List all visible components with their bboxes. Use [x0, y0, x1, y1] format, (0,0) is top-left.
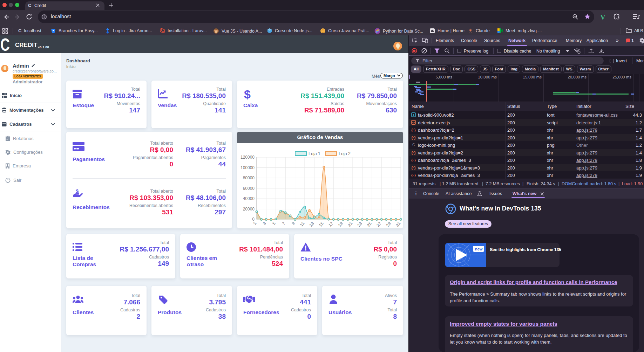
svg-text:{·}: {·}: [411, 135, 416, 139]
svg-text:<>: <>: [412, 121, 415, 124]
svg-text:T: T: [413, 113, 415, 117]
svg-text:21: 21: [347, 221, 354, 228]
svg-text:25: 25: [366, 221, 373, 228]
svg-text:3: 3: [262, 221, 267, 226]
svg-text:{·}: {·}: [411, 173, 416, 177]
svg-text:$: $: [76, 188, 79, 194]
svg-text:Loja 2: Loja 2: [339, 151, 351, 156]
svg-text:20000: 20000: [243, 207, 255, 212]
svg-text:{·}: {·}: [411, 128, 416, 132]
svg-text:120000: 120000: [240, 155, 255, 160]
svg-text:7: 7: [281, 221, 286, 226]
svg-text:Loja 1: Loja 1: [309, 151, 320, 156]
svg-text:{·}: {·}: [411, 150, 416, 154]
svg-text:{·}: {·}: [411, 165, 416, 170]
svg-text:1: 1: [252, 221, 257, 226]
svg-text:5: 5: [271, 221, 277, 226]
svg-text:11: 11: [299, 221, 306, 228]
svg-text:29: 29: [385, 221, 392, 228]
svg-text:9: 9: [291, 221, 296, 226]
svg-text:{·}: {·}: [411, 158, 416, 162]
svg-text:C: C: [412, 143, 415, 147]
svg-text:60000: 60000: [243, 186, 255, 191]
svg-text:13: 13: [308, 221, 315, 228]
svg-text:40000: 40000: [243, 196, 255, 201]
svg-text:19: 19: [337, 221, 344, 228]
svg-text:100000: 100000: [240, 165, 255, 170]
svg-text:23: 23: [356, 221, 363, 228]
svg-text:new: new: [475, 247, 483, 251]
svg-text:15: 15: [318, 221, 325, 228]
svg-text:31: 31: [395, 221, 402, 228]
svg-text:80000: 80000: [243, 175, 255, 180]
svg-text:27: 27: [375, 221, 382, 228]
svg-text:17: 17: [327, 221, 334, 228]
